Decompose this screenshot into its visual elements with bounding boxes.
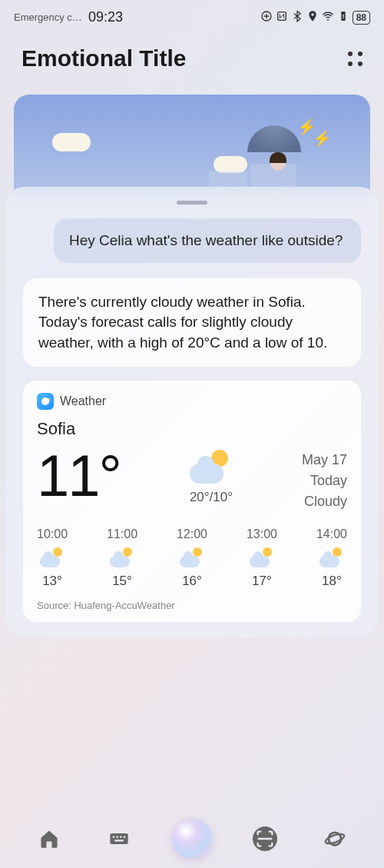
partly-cloudy-icon bbox=[190, 450, 233, 484]
partly-cloudy-icon bbox=[319, 547, 344, 567]
alert-icon: ! bbox=[337, 10, 349, 25]
page-header: Emotional Title bbox=[0, 30, 384, 79]
user-message-text: Hey Celia what's the weather like outsid… bbox=[69, 232, 343, 248]
location-icon bbox=[306, 10, 319, 25]
svg-point-3 bbox=[327, 19, 329, 21]
planet-icon bbox=[324, 828, 346, 850]
carrier-text: Emergency c… bbox=[14, 12, 82, 23]
svg-rect-6 bbox=[110, 833, 127, 844]
status-bar: Emergency c… 09:23 ! 88 bbox=[0, 0, 384, 30]
battery-indicator: 88 bbox=[353, 11, 370, 25]
assistant-orb-button[interactable] bbox=[172, 819, 212, 859]
hourly-item: 11:00 15° bbox=[107, 527, 137, 589]
home-icon bbox=[38, 828, 60, 850]
weather-card[interactable]: Weather Sofia 11° 20°/10° May 17 Today C… bbox=[23, 381, 361, 622]
hourly-item: 10:00 13° bbox=[37, 527, 68, 589]
clock-time: 09:23 bbox=[88, 9, 123, 25]
weather-city: Sofia bbox=[37, 419, 347, 439]
bottom-nav bbox=[0, 810, 384, 868]
keyboard-button[interactable] bbox=[102, 822, 136, 856]
svg-rect-8 bbox=[116, 836, 118, 838]
bluetooth-icon bbox=[291, 10, 303, 25]
svg-rect-7 bbox=[113, 836, 114, 838]
high-low-temp: 20°/10° bbox=[190, 490, 233, 505]
hourly-forecast: 10:00 13° 11:00 15° 12:00 16° 13:00 17° … bbox=[37, 527, 347, 589]
illustration-card: ⚡ ⚡ bbox=[14, 95, 370, 195]
hourly-item: 12:00 16° bbox=[177, 527, 207, 589]
scan-button[interactable] bbox=[248, 822, 282, 856]
assistant-message-text: There's currently cloudy weather in Sofi… bbox=[38, 294, 327, 351]
assistant-message-bubble: There's currently cloudy weather in Sofi… bbox=[23, 278, 361, 367]
weather-app-label: Weather bbox=[60, 394, 106, 408]
svg-point-13 bbox=[325, 832, 346, 846]
weather-date: May 17 bbox=[302, 450, 347, 471]
svg-point-2 bbox=[311, 13, 313, 15]
weather-condition: Cloudy bbox=[302, 491, 347, 512]
user-message-bubble: Hey Celia what's the weather like outsid… bbox=[54, 218, 361, 263]
partly-cloudy-icon bbox=[110, 547, 134, 567]
discover-button[interactable] bbox=[318, 822, 352, 856]
umbrella-icon bbox=[247, 125, 301, 152]
conversation-sheet: Hey Celia what's the weather like outsid… bbox=[6, 187, 378, 637]
svg-rect-9 bbox=[120, 836, 121, 838]
weather-app-icon bbox=[37, 393, 54, 410]
keyboard-icon bbox=[108, 828, 130, 850]
partly-cloudy-icon bbox=[180, 547, 204, 567]
menu-button[interactable] bbox=[348, 52, 362, 66]
svg-text:!: ! bbox=[342, 13, 344, 20]
scan-icon bbox=[253, 826, 277, 851]
svg-rect-10 bbox=[124, 836, 125, 838]
partly-cloudy-icon bbox=[40, 547, 65, 567]
hourly-item: 13:00 17° bbox=[247, 527, 277, 589]
data-saver-icon bbox=[260, 10, 273, 25]
hourly-item: 14:00 18° bbox=[316, 527, 347, 589]
weather-day: Today bbox=[302, 471, 347, 491]
nfc-icon bbox=[276, 10, 288, 25]
weather-source: Source: Huafeng-AccuWeather bbox=[37, 600, 347, 611]
svg-rect-11 bbox=[114, 840, 124, 841]
partly-cloudy-icon bbox=[250, 547, 274, 567]
drag-handle[interactable] bbox=[177, 201, 207, 205]
wifi-icon bbox=[322, 10, 334, 25]
page-title: Emotional Title bbox=[22, 45, 186, 72]
lightning-icon: ⚡ bbox=[313, 129, 332, 148]
current-temperature: 11° bbox=[37, 447, 121, 505]
home-button[interactable] bbox=[32, 822, 66, 856]
status-icons: ! 88 bbox=[260, 10, 370, 25]
